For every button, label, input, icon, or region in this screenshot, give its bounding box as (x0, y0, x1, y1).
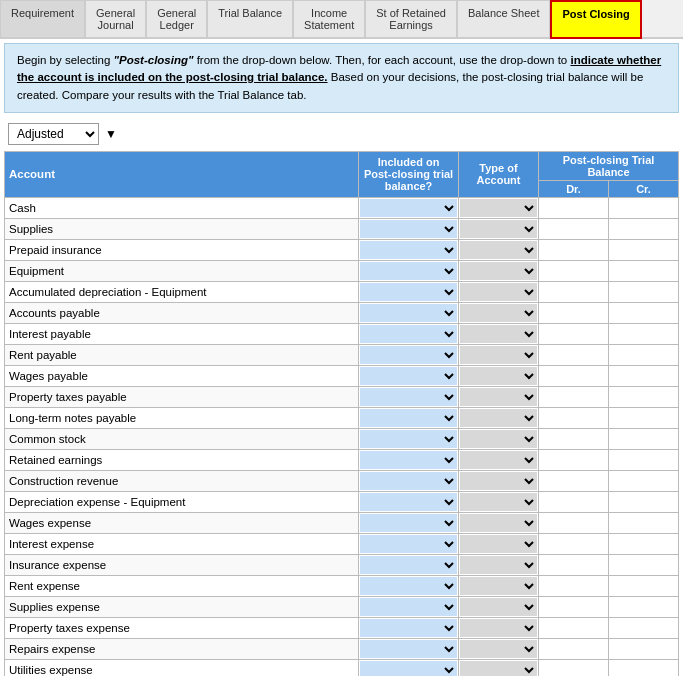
included-select[interactable]: YesNo (360, 514, 457, 532)
type-select[interactable]: AssetLiabilityEquityRevenueExpense (460, 577, 537, 595)
type-dropdown-cell[interactable]: AssetLiabilityEquityRevenueExpense (459, 659, 539, 676)
included-dropdown-cell[interactable]: YesNo (359, 575, 459, 596)
included-dropdown-cell[interactable]: YesNo (359, 344, 459, 365)
type-dropdown-cell[interactable]: AssetLiabilityEquityRevenueExpense (459, 575, 539, 596)
included-dropdown-cell[interactable]: YesNo (359, 491, 459, 512)
type-select[interactable]: AssetLiabilityEquityRevenueExpense (460, 409, 537, 427)
type-dropdown-cell[interactable]: AssetLiabilityEquityRevenueExpense (459, 344, 539, 365)
included-dropdown-cell[interactable]: YesNo (359, 596, 459, 617)
included-select[interactable]: YesNo (360, 346, 457, 364)
tab-balance-sheet[interactable]: Balance Sheet (457, 0, 551, 37)
type-dropdown-cell[interactable]: AssetLiabilityEquityRevenueExpense (459, 596, 539, 617)
type-select[interactable]: AssetLiabilityEquityRevenueExpense (460, 535, 537, 553)
included-select[interactable]: YesNo (360, 661, 457, 676)
included-dropdown-cell[interactable]: YesNo (359, 512, 459, 533)
included-dropdown-cell[interactable]: YesNo (359, 617, 459, 638)
type-select[interactable]: AssetLiabilityEquityRevenueExpense (460, 640, 537, 658)
type-dropdown-cell[interactable]: AssetLiabilityEquityRevenueExpense (459, 449, 539, 470)
type-select[interactable]: AssetLiabilityEquityRevenueExpense (460, 472, 537, 490)
included-dropdown-cell[interactable]: YesNo (359, 281, 459, 302)
type-select[interactable]: AssetLiabilityEquityRevenueExpense (460, 262, 537, 280)
type-select[interactable]: AssetLiabilityEquityRevenueExpense (460, 388, 537, 406)
type-select[interactable]: AssetLiabilityEquityRevenueExpense (460, 241, 537, 259)
included-dropdown-cell[interactable]: YesNo (359, 449, 459, 470)
included-select[interactable]: YesNo (360, 619, 457, 637)
type-dropdown-cell[interactable]: AssetLiabilityEquityRevenueExpense (459, 239, 539, 260)
type-dropdown-cell[interactable]: AssetLiabilityEquityRevenueExpense (459, 218, 539, 239)
included-dropdown-cell[interactable]: YesNo (359, 260, 459, 281)
tab-trial-balance[interactable]: Trial Balance (207, 0, 293, 37)
included-select[interactable]: YesNo (360, 556, 457, 574)
type-dropdown-cell[interactable]: AssetLiabilityEquityRevenueExpense (459, 260, 539, 281)
type-dropdown-cell[interactable]: AssetLiabilityEquityRevenueExpense (459, 554, 539, 575)
type-select[interactable]: AssetLiabilityEquityRevenueExpense (460, 283, 537, 301)
type-dropdown-cell[interactable]: AssetLiabilityEquityRevenueExpense (459, 638, 539, 659)
tab-general-ledger[interactable]: General Ledger (146, 0, 207, 37)
type-dropdown-cell[interactable]: AssetLiabilityEquityRevenueExpense (459, 407, 539, 428)
included-select[interactable]: YesNo (360, 598, 457, 616)
included-select[interactable]: YesNo (360, 472, 457, 490)
included-select[interactable]: YesNo (360, 304, 457, 322)
included-dropdown-cell[interactable]: YesNo (359, 533, 459, 554)
type-select[interactable]: AssetLiabilityEquityRevenueExpense (460, 220, 537, 238)
type-dropdown-cell[interactable]: AssetLiabilityEquityRevenueExpense (459, 281, 539, 302)
included-select[interactable]: YesNo (360, 283, 457, 301)
type-select[interactable]: AssetLiabilityEquityRevenueExpense (460, 325, 537, 343)
type-dropdown-cell[interactable]: AssetLiabilityEquityRevenueExpense (459, 617, 539, 638)
type-select[interactable]: AssetLiabilityEquityRevenueExpense (460, 514, 537, 532)
adjusted-dropdown[interactable]: Adjusted Unadjusted (8, 123, 99, 145)
type-dropdown-cell[interactable]: AssetLiabilityEquityRevenueExpense (459, 386, 539, 407)
included-dropdown-cell[interactable]: YesNo (359, 323, 459, 344)
type-dropdown-cell[interactable]: AssetLiabilityEquityRevenueExpense (459, 512, 539, 533)
tab-income-statement[interactable]: Income Statement (293, 0, 365, 37)
included-select[interactable]: YesNo (360, 409, 457, 427)
included-dropdown-cell[interactable]: YesNo (359, 428, 459, 449)
type-select[interactable]: AssetLiabilityEquityRevenueExpense (460, 199, 537, 217)
type-select[interactable]: AssetLiabilityEquityRevenueExpense (460, 598, 537, 616)
tab-general-journal[interactable]: General Journal (85, 0, 146, 37)
included-dropdown-cell[interactable]: YesNo (359, 197, 459, 218)
type-select[interactable]: AssetLiabilityEquityRevenueExpense (460, 367, 537, 385)
included-select[interactable]: YesNo (360, 199, 457, 217)
included-select[interactable]: YesNo (360, 388, 457, 406)
included-dropdown-cell[interactable]: YesNo (359, 407, 459, 428)
type-dropdown-cell[interactable]: AssetLiabilityEquityRevenueExpense (459, 197, 539, 218)
included-select[interactable]: YesNo (360, 367, 457, 385)
included-dropdown-cell[interactable]: YesNo (359, 302, 459, 323)
tab-retained-earnings[interactable]: St of Retained Earnings (365, 0, 457, 37)
type-select[interactable]: AssetLiabilityEquityRevenueExpense (460, 619, 537, 637)
included-dropdown-cell[interactable]: YesNo (359, 386, 459, 407)
included-select[interactable]: YesNo (360, 430, 457, 448)
included-dropdown-cell[interactable]: YesNo (359, 218, 459, 239)
type-select[interactable]: AssetLiabilityEquityRevenueExpense (460, 430, 537, 448)
type-select[interactable]: AssetLiabilityEquityRevenueExpense (460, 556, 537, 574)
type-dropdown-cell[interactable]: AssetLiabilityEquityRevenueExpense (459, 470, 539, 491)
included-dropdown-cell[interactable]: YesNo (359, 638, 459, 659)
included-select[interactable]: YesNo (360, 325, 457, 343)
type-select[interactable]: AssetLiabilityEquityRevenueExpense (460, 304, 537, 322)
included-select[interactable]: YesNo (360, 640, 457, 658)
type-dropdown-cell[interactable]: AssetLiabilityEquityRevenueExpense (459, 323, 539, 344)
included-select[interactable]: YesNo (360, 262, 457, 280)
type-select[interactable]: AssetLiabilityEquityRevenueExpense (460, 451, 537, 469)
type-select[interactable]: AssetLiabilityEquityRevenueExpense (460, 346, 537, 364)
included-select[interactable]: YesNo (360, 577, 457, 595)
included-dropdown-cell[interactable]: YesNo (359, 470, 459, 491)
included-select[interactable]: YesNo (360, 535, 457, 553)
type-dropdown-cell[interactable]: AssetLiabilityEquityRevenueExpense (459, 491, 539, 512)
type-select[interactable]: AssetLiabilityEquityRevenueExpense (460, 661, 537, 676)
included-select[interactable]: YesNo (360, 220, 457, 238)
included-select[interactable]: YesNo (360, 493, 457, 511)
included-dropdown-cell[interactable]: YesNo (359, 239, 459, 260)
tab-requirement[interactable]: Requirement (0, 0, 85, 37)
tab-post-closing[interactable]: Post Closing (550, 0, 641, 39)
type-dropdown-cell[interactable]: AssetLiabilityEquityRevenueExpense (459, 365, 539, 386)
included-select[interactable]: YesNo (360, 241, 457, 259)
included-dropdown-cell[interactable]: YesNo (359, 659, 459, 676)
included-select[interactable]: YesNo (360, 451, 457, 469)
included-dropdown-cell[interactable]: YesNo (359, 365, 459, 386)
type-dropdown-cell[interactable]: AssetLiabilityEquityRevenueExpense (459, 533, 539, 554)
included-dropdown-cell[interactable]: YesNo (359, 554, 459, 575)
type-select[interactable]: AssetLiabilityEquityRevenueExpense (460, 493, 537, 511)
type-dropdown-cell[interactable]: AssetLiabilityEquityRevenueExpense (459, 428, 539, 449)
